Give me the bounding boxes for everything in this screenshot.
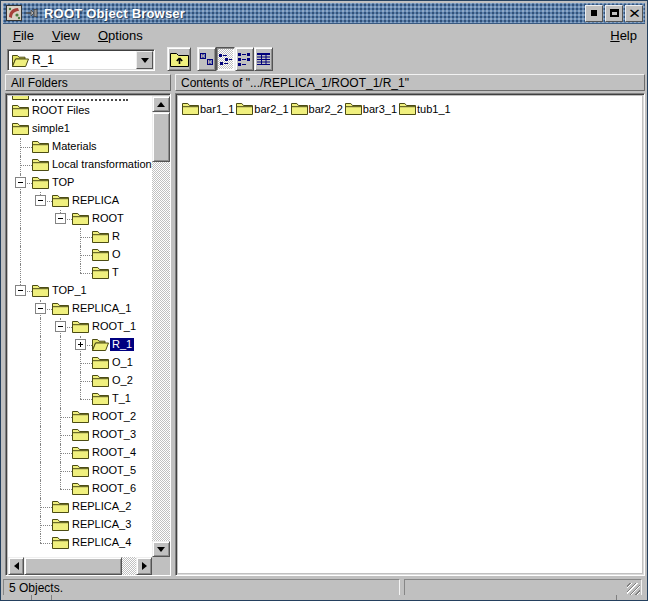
scroll-left-button[interactable] xyxy=(8,557,24,575)
menu-view[interactable]: View xyxy=(46,26,86,45)
tree-row-label[interactable]: O_2 xyxy=(110,374,135,387)
folder-icon[interactable] xyxy=(32,284,49,297)
tree-row-label[interactable]: O_1 xyxy=(110,356,135,369)
folder-icon[interactable] xyxy=(32,158,49,171)
small-icons-button[interactable] xyxy=(216,47,235,71)
menu-help[interactable]: Help xyxy=(606,26,641,45)
folder-tree[interactable]: ROOT Filessimple1MaterialsLocal transfor… xyxy=(8,96,152,557)
expand-toggle-minus[interactable] xyxy=(35,303,46,314)
tree-row[interactable]: R xyxy=(8,228,152,246)
tree-row-label[interactable]: REPLICA_3 xyxy=(70,518,133,531)
expand-toggle-minus[interactable] xyxy=(35,195,46,206)
horizontal-scroll-thumb[interactable] xyxy=(24,557,122,575)
tree-horizontal-scrollbar[interactable] xyxy=(8,557,152,575)
tree-row[interactable]: TOP xyxy=(8,174,152,192)
contents-item[interactable]: bar2_2 xyxy=(291,101,343,116)
tree-row[interactable]: REPLICA_1 xyxy=(8,300,152,318)
tree-row-label[interactable]: ROOT_1 xyxy=(90,320,138,333)
tree-row[interactable]: ROOT_5 xyxy=(8,462,152,480)
tree-row[interactable]: ROOT_3 xyxy=(8,426,152,444)
tree-row-label[interactable]: REPLICA_1 xyxy=(70,302,133,315)
folder-icon[interactable] xyxy=(12,104,29,117)
tree-row[interactable]: simple1 xyxy=(8,120,152,138)
folder-icon[interactable] xyxy=(92,356,109,369)
tree-row[interactable]: REPLICA_4 xyxy=(8,534,152,552)
folder-icon[interactable] xyxy=(92,392,109,405)
contents-item[interactable]: tub1_1 xyxy=(399,101,451,116)
contents-item[interactable]: bar2_1 xyxy=(236,101,288,116)
folder-icon[interactable] xyxy=(32,176,49,189)
tree-vertical-scrollbar[interactable] xyxy=(152,96,170,557)
expand-toggle-minus[interactable] xyxy=(55,321,66,332)
folder-icon[interactable] xyxy=(72,482,89,495)
folder-icon[interactable] xyxy=(92,266,109,279)
title-bar[interactable]: ROOT Object Browser ✕ xyxy=(3,3,645,24)
tree-row-label[interactable]: R_1 xyxy=(110,338,134,351)
folder-icon[interactable] xyxy=(72,446,89,459)
expand-toggle-minus[interactable] xyxy=(15,177,26,188)
menu-file[interactable]: File xyxy=(7,26,40,45)
tree-row[interactable]: O xyxy=(8,246,152,264)
tree-row-label[interactable]: O xyxy=(110,248,123,261)
vertical-scroll-thumb[interactable] xyxy=(152,112,170,162)
tree-row[interactable]: REPLICA xyxy=(8,192,152,210)
folder-icon[interactable] xyxy=(72,428,89,441)
folder-icon[interactable] xyxy=(52,518,69,531)
details-view-button[interactable] xyxy=(254,47,273,71)
tree-row-label[interactable]: simple1 xyxy=(30,122,72,135)
tree-row-label[interactable]: ROOT Files xyxy=(30,104,92,117)
folder-icon[interactable] xyxy=(72,212,89,225)
menu-options[interactable]: Options xyxy=(92,26,149,45)
tree-row[interactable]: TOP_1 xyxy=(8,282,152,300)
tree-row[interactable]: ROOT xyxy=(8,210,152,228)
maximize-button[interactable] xyxy=(605,5,623,22)
scroll-right-button[interactable] xyxy=(136,557,152,575)
tree-row-label[interactable]: R xyxy=(110,230,122,243)
tree-row[interactable]: ROOT_4 xyxy=(8,444,152,462)
tree-row[interactable]: O_2 xyxy=(8,372,152,390)
contents-item[interactable]: bar1_1 xyxy=(182,101,234,116)
tree-row[interactable]: Materials xyxy=(8,138,152,156)
tree-row-label[interactable]: REPLICA_2 xyxy=(70,500,133,513)
folder-icon[interactable] xyxy=(72,410,89,423)
minimize-button[interactable] xyxy=(585,5,603,22)
tree-row-label[interactable]: ROOT_5 xyxy=(90,464,138,477)
big-icons-button[interactable]: DD xyxy=(197,47,216,71)
folder-icon[interactable] xyxy=(52,536,69,549)
folder-icon[interactable] xyxy=(52,194,69,207)
tree-row-label[interactable]: TOP xyxy=(50,176,76,189)
scroll-up-button[interactable] xyxy=(152,96,170,112)
tree-row-label[interactable]: ROOT_4 xyxy=(90,446,138,459)
contents-list[interactable]: bar1_1bar2_1bar2_2bar3_1tub1_1 xyxy=(178,96,642,573)
tree-row-label[interactable]: ROOT_3 xyxy=(90,428,138,441)
tree-row-label[interactable]: REPLICA xyxy=(70,194,121,207)
tree-row-label[interactable]: TOP_1 xyxy=(50,284,89,297)
tree-row-label[interactable]: ROOT_6 xyxy=(90,482,138,495)
tree-row-label[interactable]: Local transformations xyxy=(50,158,152,171)
tree-row[interactable]: R_1 xyxy=(8,336,152,354)
contents-item[interactable]: bar3_1 xyxy=(345,101,397,116)
combobox-dropdown-button[interactable] xyxy=(136,51,153,69)
list-view-button[interactable] xyxy=(235,47,254,71)
close-button[interactable]: ✕ xyxy=(625,5,643,22)
folder-icon[interactable] xyxy=(72,464,89,477)
folder-up-button[interactable] xyxy=(167,47,191,71)
tree-row[interactable]: T_1 xyxy=(8,390,152,408)
tree-row-label[interactable]: ROOT xyxy=(90,212,126,225)
tree-row-label[interactable]: T xyxy=(110,266,121,279)
folder-icon[interactable] xyxy=(32,140,49,153)
scroll-down-button[interactable] xyxy=(152,541,170,557)
tree-row[interactable]: REPLICA_2 xyxy=(8,498,152,516)
folder-icon[interactable] xyxy=(92,374,109,387)
tree-row-label[interactable]: T_1 xyxy=(110,392,133,405)
tree-row[interactable]: T xyxy=(8,264,152,282)
tree-row-label[interactable]: REPLICA_4 xyxy=(70,536,133,549)
tree-row[interactable]: ROOT_1 xyxy=(8,318,152,336)
tree-row-label[interactable]: Materials xyxy=(50,140,99,153)
tree-row[interactable]: Local transformations xyxy=(8,156,152,174)
expand-toggle-minus[interactable] xyxy=(15,285,26,296)
path-combobox[interactable]: R_1 xyxy=(7,49,155,71)
tree-row[interactable]: ROOT_6 xyxy=(8,480,152,498)
tree-row[interactable]: ROOT Files xyxy=(8,102,152,120)
folder-icon[interactable] xyxy=(12,122,29,135)
